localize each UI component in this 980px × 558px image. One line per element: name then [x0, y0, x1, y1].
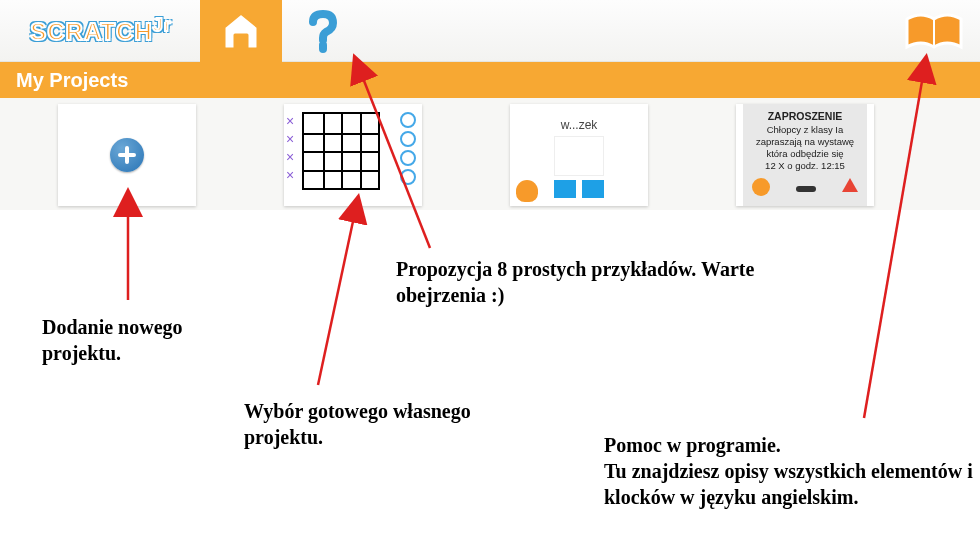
annotation-examples: Propozycja 8 prostych przykładów. Warte …: [396, 256, 836, 308]
home-button[interactable]: [200, 0, 282, 62]
project-preview: ZAPROSZENIE Chłopcy z klasy Ia zapraszaj…: [743, 104, 867, 206]
annotation-choose-project: Wybór gotowego własnego projektu.: [244, 398, 484, 450]
logo-text: SCRATCHJr: [30, 15, 172, 46]
top-toolbar: SCRATCHJr: [0, 0, 980, 62]
triangle-icon: [842, 178, 858, 192]
title-label: My Projects: [16, 69, 128, 92]
book-icon: [903, 9, 965, 55]
cat-icon: [516, 180, 538, 202]
project-card-invite[interactable]: ZAPROSZENIE Chłopcy z klasy Ia zapraszaj…: [736, 104, 874, 206]
cat-icon: [752, 178, 770, 196]
guide-book-button[interactable]: [898, 6, 970, 58]
shape-icon: [796, 186, 816, 192]
project-card-grid[interactable]: ××××: [284, 104, 422, 206]
annotation-new-project: Dodanie nowego projektu.: [42, 314, 262, 366]
title-bar: My Projects: [0, 62, 980, 98]
svg-line-1: [318, 198, 358, 385]
invite-title: ZAPROSZENIE: [748, 110, 862, 122]
annotation-help: Pomoc w programie. Tu znajdziesz opisy w…: [604, 432, 974, 510]
projects-row: ×××× w...zek ZAPROSZENIE Chłopcy z klasy…: [0, 98, 980, 210]
scratchjr-logo: SCRATCHJr: [8, 5, 194, 57]
help-button[interactable]: [282, 0, 364, 62]
plus-icon: [110, 138, 144, 172]
invite-text: Chłopcy z klasy Ia zapraszają na wystawę…: [748, 124, 862, 172]
project-title: w...zek: [561, 118, 598, 132]
project-card-wzek[interactable]: w...zek: [510, 104, 648, 206]
new-project-card[interactable]: [58, 104, 196, 206]
project-preview: ××××: [284, 104, 422, 206]
home-icon: [216, 7, 266, 55]
question-icon: [304, 7, 342, 55]
